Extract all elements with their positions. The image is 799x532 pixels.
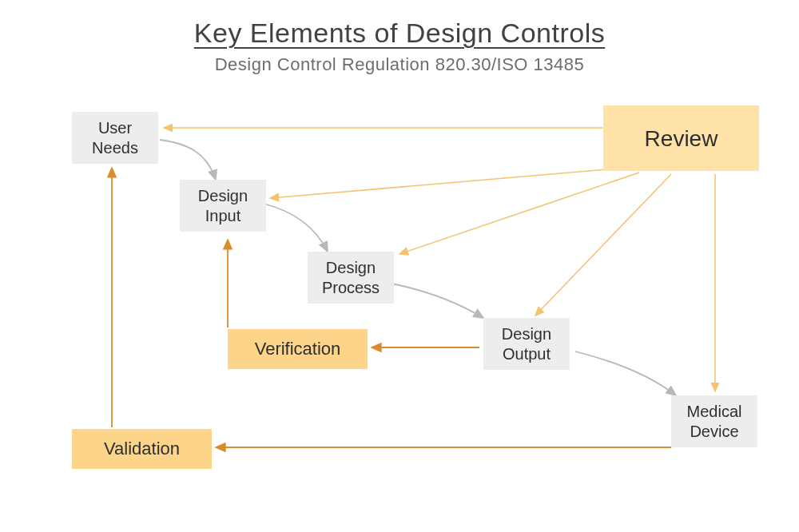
arrow-review-to-designinput (270, 169, 607, 198)
arrow-review-to-designoutput (535, 174, 671, 316)
arrow-designinput-to-designprocess (264, 204, 328, 252)
diagram-title: Key Elements of Design Controls (0, 18, 799, 49)
box-medical-device: Medical Device (671, 395, 757, 447)
box-validation: Validation (72, 429, 212, 469)
diagram-canvas: Key Elements of Design Controls Design C… (0, 0, 799, 532)
box-design-process: Design Process (308, 252, 394, 304)
box-design-input: Design Input (180, 180, 266, 232)
box-review: Review (603, 105, 759, 171)
diagram-subtitle: Design Control Regulation 820.30/ISO 134… (0, 54, 799, 75)
box-verification: Verification (228, 329, 368, 369)
arrow-review-to-designprocess (400, 173, 639, 254)
arrow-designprocess-to-designoutput (392, 284, 483, 318)
arrow-designoutput-to-medicaldevice (575, 351, 676, 395)
arrow-userneeds-to-designinput (160, 140, 216, 180)
box-user-needs: User Needs (72, 112, 158, 164)
box-design-output: Design Output (483, 318, 570, 370)
